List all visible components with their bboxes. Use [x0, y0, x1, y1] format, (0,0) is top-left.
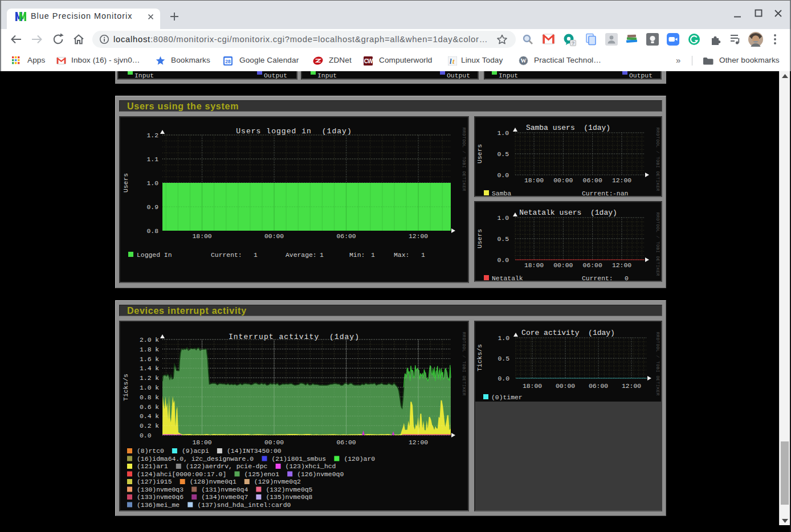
svg-text:Current:: Current: [211, 252, 242, 259]
svg-text:0.8 k: 0.8 k [140, 394, 159, 401]
svg-text:0.5: 0.5 [498, 355, 509, 362]
svg-text:1.2 k: 1.2 k [140, 375, 159, 382]
svg-text:Users: Users [476, 229, 483, 248]
svg-text:06:00: 06:00 [589, 383, 608, 390]
svg-text:Users: Users [123, 173, 129, 193]
svg-text:0.0: 0.0 [497, 172, 509, 179]
svg-text:Users logged in (1day): Users logged in (1day) [236, 127, 352, 136]
svg-text:0.0: 0.0 [498, 375, 509, 382]
svg-text:2.0 k: 2.0 k [140, 337, 159, 343]
svg-text:RRDTOOL / TOBI OETIKER: RRDTOOL / TOBI OETIKER [655, 332, 660, 396]
svg-text:0.8: 0.8 [146, 228, 158, 235]
svg-text:1.2: 1.2 [146, 132, 158, 139]
svg-text:12:00: 12:00 [612, 177, 631, 184]
svg-text:RRDTOOL / TOBI OETIKER: RRDTOOL / TOBI OETIKER [462, 332, 466, 396]
svg-text:(134)nvme0q7: (134)nvme0q7 [201, 494, 248, 501]
svg-text:1: 1 [421, 252, 425, 259]
svg-text:0.0: 0.0 [140, 432, 152, 439]
svg-text:(132)nvme0q5: (132)nvme0q5 [266, 486, 312, 493]
svg-text:(121)ar1: (121)ar1 [137, 463, 168, 470]
svg-text:(135)nvme0q8: (135)nvme0q8 [266, 494, 312, 501]
svg-text:?: ? [572, 40, 575, 46]
svg-text:0.2 k: 0.2 k [140, 423, 159, 429]
svg-text:0.0: 0.0 [497, 257, 509, 264]
svg-text:Min:: Min: [349, 252, 365, 259]
svg-text:(0)timer: (0)timer [491, 394, 523, 401]
svg-text:Average:: Average: [286, 252, 317, 259]
svg-text:Ticks/s: Ticks/s [123, 374, 129, 401]
svg-text:(16)idma64.0, i2c_designware.0: (16)idma64.0, i2c_designware.0 [137, 456, 254, 463]
svg-text:00:00: 00:00 [264, 233, 284, 240]
svg-text:18:00: 18:00 [523, 383, 542, 390]
svg-text:1: 1 [254, 252, 258, 259]
svg-text:Samba: Samba [492, 190, 511, 197]
svg-text:(133)nvme0q6: (133)nvme0q6 [137, 494, 184, 501]
svg-text:(123)xhci_hcd: (123)xhci_hcd [286, 463, 336, 470]
svg-text:-nan: -nan [613, 190, 628, 197]
svg-text:(126)nvme0q0: (126)nvme0q0 [297, 471, 344, 478]
svg-text:06:00: 06:00 [337, 233, 356, 240]
svg-text:12:00: 12:00 [409, 439, 428, 446]
svg-text:0.5: 0.5 [497, 151, 509, 158]
svg-text:(137)snd_hda_intel:card0: (137)snd_hda_intel:card0 [197, 502, 291, 509]
svg-text:RRDTOOL / TOBI OETIKER: RRDTOOL / TOBI OETIKER [655, 128, 660, 191]
svg-text:0.5: 0.5 [497, 236, 509, 243]
svg-text:18:00: 18:00 [524, 262, 544, 269]
svg-text:06:00: 06:00 [337, 439, 356, 446]
svg-text:18:00: 18:00 [524, 177, 544, 184]
svg-text:Users: Users [476, 144, 483, 163]
svg-text:Netatalk: Netatalk [492, 275, 523, 282]
svg-text:1.8 k: 1.8 k [140, 346, 159, 353]
svg-text:1.0: 1.0 [497, 215, 509, 222]
svg-text:0.4 k: 0.4 k [140, 413, 159, 420]
svg-text:12:00: 12:00 [409, 233, 428, 240]
svg-text:Current:: Current: [582, 275, 613, 282]
svg-text:00:00: 00:00 [553, 262, 573, 269]
svg-text:1.0: 1.0 [497, 130, 509, 137]
svg-text:00:00: 00:00 [553, 177, 573, 184]
svg-text:(136)mei_me: (136)mei_me [137, 502, 180, 509]
svg-text:1.0 k: 1.0 k [140, 384, 159, 391]
svg-text:(14)INT3450:00: (14)INT3450:00 [227, 448, 282, 455]
svg-text:(130)nvme0q3: (130)nvme0q3 [137, 486, 184, 493]
svg-text:12:00: 12:00 [622, 383, 641, 390]
svg-text:Interrupt activity (1day): Interrupt activity (1day) [229, 333, 360, 341]
svg-text:18:00: 18:00 [193, 233, 212, 240]
svg-text:Ticks/s: Ticks/s [476, 344, 483, 371]
svg-text:(8)rtc0: (8)rtc0 [137, 448, 164, 455]
svg-text:06:00: 06:00 [583, 262, 602, 269]
svg-text:Netatalk users (1day): Netatalk users (1day) [519, 208, 617, 217]
svg-text:CW: CW [364, 58, 373, 64]
svg-text:(9)acpi: (9)acpi [182, 448, 209, 455]
svg-text:(128)nvme0q1: (128)nvme0q1 [190, 478, 237, 485]
svg-text:1.0: 1.0 [146, 180, 158, 187]
svg-text:Max:: Max: [394, 252, 409, 259]
svg-text:1: 1 [371, 252, 375, 259]
svg-text:RRDTOOL / TOBI OETIKER: RRDTOOL / TOBI OETIKER [462, 128, 466, 191]
svg-text:1.4 k: 1.4 k [140, 365, 159, 372]
svg-text:0.9: 0.9 [146, 204, 158, 211]
svg-text:12:00: 12:00 [612, 262, 631, 269]
svg-text:06:00: 06:00 [583, 177, 602, 184]
svg-text:1.1: 1.1 [146, 156, 158, 163]
svg-text:18:00: 18:00 [193, 439, 212, 446]
svg-text:(125)eno1: (125)eno1 [244, 471, 280, 478]
svg-text:0: 0 [625, 275, 629, 282]
svg-text:(129)nvme0q2: (129)nvme0q2 [254, 478, 301, 485]
svg-text:(120)ar0: (120)ar0 [344, 456, 375, 463]
svg-text:0.6 k: 0.6 k [140, 404, 159, 411]
svg-text:00:00: 00:00 [556, 383, 575, 390]
svg-text:(131)nvme0q4: (131)nvme0q4 [201, 486, 248, 493]
svg-text:28: 28 [225, 59, 231, 64]
svg-text:(122)aerdrv, pcie-dpc: (122)aerdrv, pcie-dpc [186, 463, 268, 470]
svg-text:1.6 k: 1.6 k [140, 356, 159, 363]
svg-text:(127)i915: (127)i915 [137, 478, 172, 485]
svg-text:1: 1 [320, 252, 324, 259]
svg-text:00:00: 00:00 [264, 439, 284, 446]
svg-text:Samba users (1day): Samba users (1day) [526, 124, 610, 132]
svg-text:(21)i801_smbus: (21)i801_smbus [272, 456, 327, 463]
svg-text:Logged In: Logged In [137, 252, 172, 259]
svg-text:(124)ahci[0000:00:17.0]: (124)ahci[0000:00:17.0] [137, 471, 226, 478]
svg-text:RRDTOOL / TOBI OETIKER: RRDTOOL / TOBI OETIKER [655, 212, 660, 276]
svg-text:Current:: Current: [582, 190, 613, 197]
